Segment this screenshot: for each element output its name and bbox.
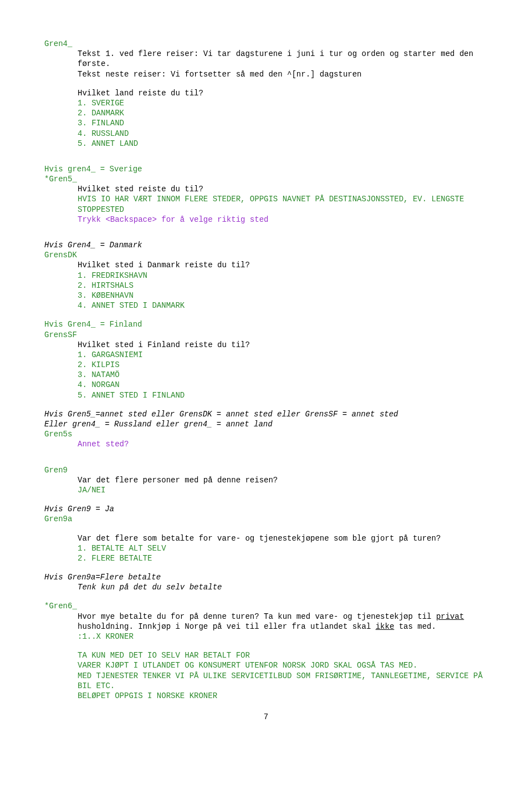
page-number: 7 — [44, 712, 488, 722]
grenssf-question: Hvilket sted i Finland reiste du til? — [44, 340, 488, 350]
gren6-range: :1..X KRONER — [44, 632, 488, 642]
gren9-label: Gren9 — [44, 465, 488, 475]
gren9a-flere-condition: Hvis Gren9a=Flere betalte — [44, 572, 488, 582]
gren4-opt-2: 2. DANMARK — [44, 108, 488, 118]
grenssf-opt-3: 3. NATAMÖ — [44, 370, 488, 380]
gren9a-label: Gren9a — [44, 514, 488, 524]
gren6-instr-3: MED TJENESTER TENKER VI PÅ ULIKE SERVICE… — [44, 671, 488, 691]
gren9-answer: JA/NEI — [44, 485, 488, 495]
gren5s-condition-2: Eller gren4_ = Russland eller gren4_ = a… — [44, 419, 488, 429]
gren5-condition: Hvis gren4_ = Sverige — [44, 164, 488, 174]
grensdk-label: GrensDK — [44, 250, 488, 260]
gren5-instr1: HVIS IO HAR VÆRT INNOM FLERE STEDER, OPP… — [44, 194, 488, 214]
gren6-instr-1: TA KUN MED DET IO SELV HAR BETALT FOR — [44, 650, 488, 660]
grenssf-opt-4: 4. NORGAN — [44, 380, 488, 390]
gren6-instr-4: BELØPET OPPGIS I NORSKE KRONER — [44, 691, 488, 701]
grensdk-condition: Hvis Gren4_ = Danmark — [44, 240, 488, 250]
gren5s-condition-1: Hvis Gren5_=annet sted eller GrensDK = a… — [44, 409, 488, 419]
grenssf-label: GrensSF — [44, 330, 488, 340]
gren9a-condition: Hvis Gren9 = Ja — [44, 504, 488, 514]
gren4-tekst1: Tekst 1. ved flere reiser: Vi tar dagstu… — [44, 49, 488, 69]
gren5s-question: Annet sted? — [44, 439, 488, 449]
gren5-label: *Gren5_ — [44, 174, 488, 184]
gren5-question: Hvilket sted reiste du til? — [44, 184, 488, 194]
gren4-opt-5: 5. ANNET LAND — [44, 139, 488, 149]
gren5-instr2: Trykk <Backspace> for å velge riktig ste… — [44, 215, 488, 225]
grenssf-condition: Hvis Gren4_ = Finland — [44, 319, 488, 329]
grenssf-opt-2: 2. KILPIS — [44, 360, 488, 370]
gren4-opt-3: 3. FINLAND — [44, 118, 488, 128]
gren9-question: Var det flere personer med på denne reis… — [44, 475, 488, 485]
gren6-label: *Gren6_ — [44, 601, 488, 611]
gren4-question: Hvilket land reiste du til? — [44, 88, 488, 98]
gren6-instr-2: VARER KJØPT I UTLANDET OG KONSUMERT UTEN… — [44, 660, 488, 670]
gren5s-label: Gren5s — [44, 429, 488, 439]
grensdk-opt-3: 3. KØBENHAVN — [44, 291, 488, 301]
grenssf-opt-1: 1. GARGASNIEMI — [44, 350, 488, 360]
grensdk-question: Hvilket sted i Danmark reiste du til? — [44, 260, 488, 270]
grensdk-opt-2: 2. HIRTSHALS — [44, 281, 488, 291]
gren9a-opt-2: 2. FLERE BETALTE — [44, 553, 488, 563]
gren9a-question: Var det flere som betalte for vare- og t… — [44, 533, 488, 543]
grenssf-opt-5: 5. ANNET STED I FINLAND — [44, 390, 488, 400]
gren9a-opt-1: 1. BETALTE ALT SELV — [44, 543, 488, 553]
gren4-opt-4: 4. RUSSLAND — [44, 129, 488, 139]
grensdk-opt-4: 4. ANNET STED I DANMARK — [44, 301, 488, 311]
gren9a-flere-text: Tenk kun på det du selv betalte — [44, 582, 488, 592]
gren4-label: Gren4_ — [44, 39, 488, 49]
gren6-question: Hvor mye betalte du for på denne turen? … — [44, 612, 488, 632]
gren4-opt-1: 1. SVERIGE — [44, 98, 488, 108]
grensdk-opt-1: 1. FREDRIKSHAVN — [44, 271, 488, 281]
gren4-tekst-neste: Tekst neste reiser: Vi fortsetter så med… — [44, 69, 488, 79]
